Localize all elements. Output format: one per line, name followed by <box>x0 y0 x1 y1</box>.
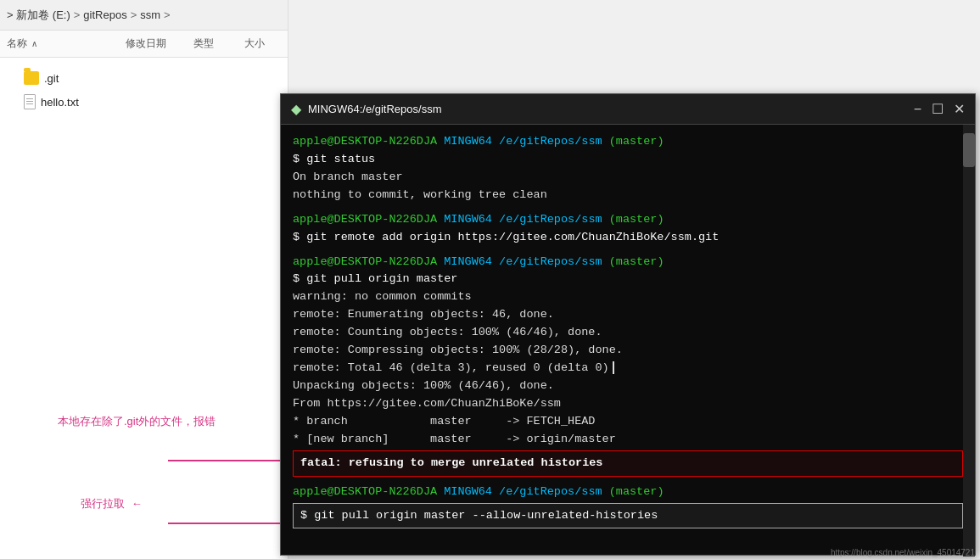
fatal-error-box: fatal: refusing to merge unrelated histo… <box>293 450 963 477</box>
terminal-scrollbar[interactable] <box>963 125 975 556</box>
column-headers: 名称 ∧ 修改日期 类型 大小 <box>0 31 288 58</box>
output-text: * branch master -> FETCH_HEAD <box>293 415 595 428</box>
prompt-path: MINGW64 /e/gitRepos/ssm <box>444 255 602 268</box>
prompt-user: apple@DESKTOP-N226DJA <box>293 485 437 498</box>
terminal-line: Unpacking objects: 100% (46/46), done. <box>293 377 963 395</box>
terminal-line: remote: Enumerating objects: 46, done. <box>293 306 963 324</box>
output-text: nothing to commit, working tree clean <box>293 188 547 201</box>
terminal-line: $ git pull origin master <box>293 271 963 288</box>
annotation-label-2: 强行拉取 ← <box>81 496 143 511</box>
prompt-branch: (master) <box>609 213 664 226</box>
terminal-body[interactable]: apple@DESKTOP-N226DJA MINGW64 /e/gitRepo… <box>281 125 975 555</box>
breadcrumb-sep1: > <box>74 8 81 21</box>
breadcrumb: > 新加卷 (E:) > gitRepos > ssm > <box>0 0 288 31</box>
terminal-title-text: MINGW64:/e/gitRepos/ssm <box>308 103 442 115</box>
output-text: * [new branch] master -> origin/master <box>293 433 616 445</box>
terminal-window[interactable]: ◆ MINGW64:/e/gitRepos/ssm − ☐ ✕ apple@DE… <box>280 93 976 556</box>
output-text: remote: Compressing objects: 100% (28/28… <box>293 344 623 356</box>
terminal-line: apple@DESKTOP-N226DJA MINGW64 /e/gitRepo… <box>293 133 963 151</box>
sort-arrow: ∧ <box>31 39 37 48</box>
prompt-path: MINGW64 /e/gitRepos/ssm <box>444 135 602 148</box>
terminal-app-icon: ◆ <box>291 101 301 117</box>
output-text: From https://gitee.com/ChuanZhiBoKe/ssm <box>293 397 561 410</box>
prompt-branch: (master) <box>609 255 664 268</box>
breadcrumb-text: > 新加卷 (E:) <box>7 8 70 23</box>
blank-line <box>293 204 963 211</box>
prompt-user: apple@DESKTOP-N226DJA <box>293 135 437 148</box>
col-header-type[interactable]: 类型 <box>193 36 244 51</box>
terminal-titlebar: ◆ MINGW64:/e/gitRepos/ssm − ☐ ✕ <box>281 94 975 125</box>
breadcrumb-gitrepos[interactable]: gitRepos <box>83 8 126 21</box>
terminal-line: $ git remote add origin https://gitee.co… <box>293 229 963 247</box>
terminal-line: apple@DESKTOP-N226DJA MINGW64 /e/gitRepo… <box>293 254 963 271</box>
breadcrumb-sep3: > <box>164 8 171 21</box>
output-text: remote: Total 46 (delta 3), reused 0 (de… <box>293 361 609 374</box>
terminal-line: warning: no common commits <box>293 288 963 306</box>
file-list: .git hello.txt <box>0 66 288 114</box>
breadcrumb-sep2: > <box>131 8 137 21</box>
minimize-button[interactable]: − <box>914 103 921 116</box>
file-name: .git <box>44 72 59 85</box>
cmd-text: $ git pull origin master <box>293 272 457 285</box>
output-text: On branch master <box>293 170 403 183</box>
col-header-date[interactable]: 修改日期 <box>126 36 193 51</box>
prompt-path: MINGW64 /e/gitRepos/ssm <box>444 213 602 226</box>
cmd-text: $ git status <box>293 153 375 165</box>
terminal-controls: − ☐ ✕ <box>914 103 965 116</box>
fatal-text: fatal: refusing to merge unrelated histo… <box>300 456 602 469</box>
output-text: remote: Enumerating objects: 46, done. <box>293 308 554 321</box>
allow-unrelated-cmd-box: $ git pull origin master --allow-unrelat… <box>293 503 963 529</box>
watermark: https://blog.csdn.net/weixin_45014721 <box>831 548 975 557</box>
output-text: remote: Counting objects: 100% (46/46), … <box>293 326 602 338</box>
close-button[interactable]: ✕ <box>954 103 965 116</box>
terminal-line: remote: Compressing objects: 100% (28/28… <box>293 342 963 360</box>
terminal-line: * [new branch] master -> origin/master <box>293 431 963 449</box>
prompt-user: apple@DESKTOP-N226DJA <box>293 255 437 268</box>
list-item[interactable]: hello.txt <box>20 90 288 114</box>
maximize-button[interactable]: ☐ <box>932 103 944 116</box>
prompt-branch: (master) <box>609 135 664 148</box>
cmd-text: $ git pull origin master --allow-unrelat… <box>300 509 658 522</box>
blank-line <box>293 247 963 254</box>
file-icon <box>24 94 36 109</box>
annotation-arrow-1 <box>168 428 287 461</box>
terminal-line: apple@DESKTOP-N226DJA MINGW64 /e/gitRepo… <box>293 484 963 501</box>
output-text: warning: no common commits <box>293 290 472 303</box>
terminal-line: On branch master <box>293 169 963 187</box>
file-explorer: > 新加卷 (E:) > gitRepos > ssm > 名称 ∧ 修改日期 … <box>0 0 288 559</box>
cmd-text: $ git remote add origin https://gitee.co… <box>293 231 719 243</box>
annotation-arrow-2 <box>168 509 287 524</box>
file-name: hello.txt <box>41 96 79 109</box>
terminal-line: remote: Total 46 (delta 3), reused 0 (de… <box>293 360 963 377</box>
terminal-title-left: ◆ MINGW64:/e/gitRepos/ssm <box>291 101 442 117</box>
terminal-line: apple@DESKTOP-N226DJA MINGW64 /e/gitRepo… <box>293 211 963 229</box>
terminal-line: $ git status <box>293 151 963 169</box>
prompt-branch: (master) <box>609 485 664 498</box>
output-text: Unpacking objects: 100% (46/46), done. <box>293 379 554 392</box>
breadcrumb-ssm[interactable]: ssm <box>140 8 160 21</box>
terminal-line: nothing to commit, working tree clean <box>293 187 963 204</box>
terminal-line: * branch master -> FETCH_HEAD <box>293 413 963 431</box>
folder-icon <box>24 71 39 85</box>
terminal-line: remote: Counting objects: 100% (46/46), … <box>293 324 963 342</box>
list-item[interactable]: .git <box>20 66 288 90</box>
prompt-user: apple@DESKTOP-N226DJA <box>293 213 437 226</box>
terminal-line: From https://gitee.com/ChuanZhiBoKe/ssm <box>293 395 963 413</box>
col-header-size[interactable]: 大小 <box>244 36 278 51</box>
col-header-name[interactable]: 名称 ∧ <box>7 36 126 51</box>
scrollbar-thumb[interactable] <box>963 133 975 167</box>
prompt-path: MINGW64 /e/gitRepos/ssm <box>444 485 602 498</box>
